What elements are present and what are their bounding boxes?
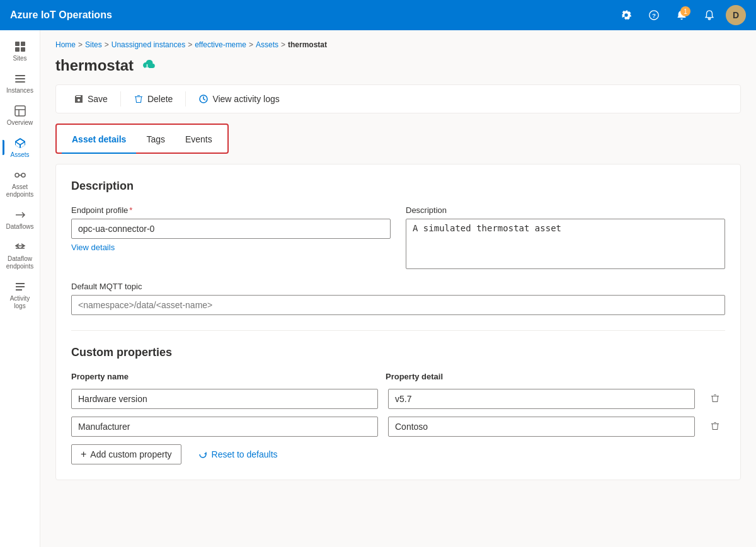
svg-rect-8 xyxy=(15,81,25,83)
add-custom-property-button[interactable]: + Add custom property xyxy=(71,444,181,464)
top-nav: Azure IoT Operations ? 1 D xyxy=(0,0,756,30)
breadcrumb-home[interactable]: Home xyxy=(55,40,76,49)
endpoint-profile-group: Endpoint profile* View details xyxy=(71,205,391,269)
help-button[interactable]: ? xyxy=(643,4,665,26)
content-card: Description Endpoint profile* View detai… xyxy=(55,164,741,480)
property-detail-input-1[interactable] xyxy=(388,417,695,437)
settings-button[interactable] xyxy=(615,4,638,26)
trash-icon-1 xyxy=(710,422,720,432)
sidebar-item-dataflows[interactable]: Dataflows xyxy=(3,204,38,234)
svg-rect-6 xyxy=(15,75,25,76)
svg-rect-2 xyxy=(15,42,20,46)
svg-point-13 xyxy=(21,173,25,177)
sidebar-item-label-dataflows: Dataflows xyxy=(6,223,34,231)
tab-asset-details[interactable]: Asset details xyxy=(62,126,136,154)
app-body: Sites Instances Overview Assets Asset en xyxy=(0,30,756,547)
tab-tags[interactable]: Tags xyxy=(136,126,175,154)
description-group: Description A simulated thermostat asset xyxy=(406,205,725,269)
sidebar-item-sites[interactable]: Sites xyxy=(3,35,38,66)
asset-endpoints-icon xyxy=(14,169,26,181)
toolbar: Save Delete View activity logs xyxy=(55,84,741,113)
tabs: Asset details Tags Events xyxy=(62,125,222,153)
tab-events[interactable]: Events xyxy=(175,126,222,154)
user-avatar[interactable]: D xyxy=(726,5,746,25)
save-label: Save xyxy=(88,94,108,104)
assets-icon xyxy=(14,137,26,149)
sidebar-item-label-assets: Assets xyxy=(10,151,29,159)
description-form-row: Endpoint profile* View details Descripti… xyxy=(71,205,725,269)
svg-rect-3 xyxy=(21,42,25,46)
svg-rect-16 xyxy=(16,286,25,287)
svg-rect-15 xyxy=(16,283,25,284)
app-title: Azure IoT Operations xyxy=(10,9,615,21)
svg-text:?: ? xyxy=(652,12,656,19)
sidebar-item-asset-endpoints[interactable]: Asset endpoints xyxy=(3,164,38,202)
property-name-input-1[interactable] xyxy=(71,417,378,437)
view-activity-logs-button[interactable]: View activity logs xyxy=(191,90,287,108)
svg-rect-5 xyxy=(21,47,25,52)
action-buttons-row: + Add custom property Reset to defaults xyxy=(71,444,725,464)
description-section-title: Description xyxy=(71,180,725,193)
sidebar-item-label-overview: Overview xyxy=(7,119,33,127)
nav-icons: ? 1 D xyxy=(615,4,746,26)
sidebar: Sites Instances Overview Assets Asset en xyxy=(0,30,40,547)
add-custom-property-label: Add custom property xyxy=(90,449,171,459)
mqtt-topic-group: Default MQTT topic xyxy=(71,282,725,315)
sidebar-item-assets[interactable]: Assets xyxy=(3,132,38,163)
sidebar-item-activity-logs[interactable]: Activity logs xyxy=(3,275,38,314)
section-divider xyxy=(71,330,725,331)
svg-rect-9 xyxy=(15,106,25,116)
notifications-button[interactable]: 1 xyxy=(670,4,693,26)
breadcrumb: Home > Sites > Unassigned instances > ef… xyxy=(55,40,741,49)
sidebar-item-label-sites: Sites xyxy=(13,55,26,62)
trash-icon-0 xyxy=(710,394,720,404)
sidebar-item-label-asset-endpoints: Asset endpoints xyxy=(5,183,35,199)
breadcrumb-sites[interactable]: Sites xyxy=(85,40,102,49)
tabs-container: Asset details Tags Events xyxy=(55,124,229,154)
page-title: thermostat xyxy=(55,57,134,74)
custom-props-column-headers: Property name Property detail xyxy=(71,372,725,381)
mqtt-topic-input[interactable] xyxy=(71,295,725,315)
breadcrumb-assets[interactable]: Assets xyxy=(256,40,278,49)
settings-icon xyxy=(621,9,632,21)
reset-icon xyxy=(198,449,208,459)
delete-label: Delete xyxy=(147,94,173,104)
toolbar-divider-2 xyxy=(185,91,186,107)
property-detail-input-0[interactable] xyxy=(388,389,695,409)
custom-property-row-0 xyxy=(71,389,725,409)
sites-icon xyxy=(14,40,26,53)
delete-property-button-0[interactable] xyxy=(705,391,725,406)
sidebar-item-overview[interactable]: Overview xyxy=(3,100,38,130)
delete-button[interactable]: Delete xyxy=(126,90,180,108)
property-name-input-0[interactable] xyxy=(71,389,378,409)
instances-icon xyxy=(14,72,26,85)
svg-rect-4 xyxy=(15,47,20,52)
page-title-row: thermostat xyxy=(55,57,741,74)
save-icon xyxy=(74,94,84,104)
breadcrumb-effective-meme[interactable]: effective-meme xyxy=(195,40,246,49)
property-name-header: Property name xyxy=(71,372,386,381)
delete-property-button-1[interactable] xyxy=(705,419,725,434)
bell-button[interactable] xyxy=(698,4,721,26)
reset-defaults-label: Reset to defaults xyxy=(212,449,278,459)
plus-icon: + xyxy=(81,449,86,460)
toolbar-divider-1 xyxy=(120,91,121,107)
endpoint-profile-input[interactable] xyxy=(71,219,391,239)
notification-count: 1 xyxy=(680,6,690,16)
reset-defaults-button[interactable]: Reset to defaults xyxy=(189,444,287,464)
save-button[interactable]: Save xyxy=(66,90,115,108)
property-detail-header: Property detail xyxy=(386,372,700,381)
breadcrumb-current: thermostat xyxy=(288,40,327,49)
required-star: * xyxy=(129,205,132,215)
mqtt-topic-label: Default MQTT topic xyxy=(71,282,725,291)
sidebar-item-instances[interactable]: Instances xyxy=(3,67,38,98)
view-details-link[interactable]: View details xyxy=(71,243,391,252)
cloud-sync-icon xyxy=(140,57,156,74)
svg-rect-7 xyxy=(15,78,25,79)
description-textarea[interactable]: A simulated thermostat asset xyxy=(406,219,725,269)
sidebar-item-dataflow-endpoints[interactable]: Dataflow endpoints xyxy=(3,236,38,274)
breadcrumb-unassigned[interactable]: Unassigned instances xyxy=(112,40,185,49)
dataflows-icon xyxy=(14,209,26,221)
activity-logs-icon xyxy=(14,280,26,293)
view-activity-logs-label: View activity logs xyxy=(212,94,279,104)
